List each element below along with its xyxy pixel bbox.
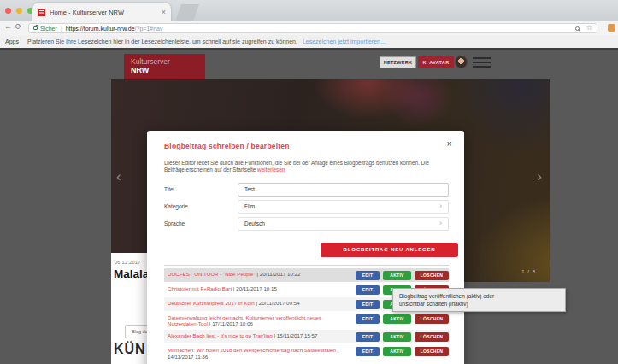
bookmark-star-icon[interactable]: ☆ (586, 25, 592, 32)
create-blogpost-button[interactable]: BLOGBEITRAG NEU ANLEGEN (321, 243, 458, 257)
tab-close-icon[interactable]: × (162, 9, 166, 16)
secure-label: Sicher (40, 26, 57, 32)
edit-button[interactable]: EDIT (356, 300, 380, 309)
blog-post-date: | 15/11/2017 15:57 (273, 332, 318, 338)
loeschen-button[interactable]: LÖSCHEN (415, 271, 449, 280)
avatar-button[interactable]: K. AVATAR (418, 56, 454, 68)
extension-icon[interactable] (608, 24, 615, 32)
url-bar[interactable]: Sicher | https://forum.kultur-nrw.de /?p… (28, 23, 597, 33)
blog-post-row: Datenverwaltung leicht gemacht. Kulturse… (164, 312, 449, 329)
titel-input[interactable] (238, 183, 449, 197)
blog-editor-modal: × Blogbeitrag schreiben / bearbeiten Die… (147, 131, 464, 364)
menu-icon[interactable] (473, 57, 491, 70)
blog-post-date: | 17/11/2017 10:06 (208, 320, 253, 326)
browser-window: Home - Kulturserver NRW × ← ⟳ Sicher | h… (0, 0, 618, 364)
blog-post-row: Alexander Bach liest - It's nice to go T… (164, 330, 449, 343)
sprache-label: Sprache (164, 220, 238, 226)
kategorie-label: Kategorie (164, 203, 238, 209)
blog-post-date: | 20/11/2017 09:54 (255, 300, 300, 306)
form-row-titel: Titel (164, 183, 449, 197)
site-logo[interactable]: Kulturserver NRW (124, 54, 205, 79)
chevron-right-icon: › (439, 220, 442, 227)
reload-icon[interactable]: ⟳ (15, 22, 22, 31)
slider-pagination: 1 / 8 (521, 269, 536, 274)
close-window-button[interactable] (5, 8, 11, 14)
minimize-window-button[interactable] (16, 8, 22, 14)
bookmarks-bar: Apps Platzieren Sie Ihre Lesezeichen hie… (0, 35, 618, 48)
blog-form: Titel Kategorie Film › Sprache Deutsch › (164, 183, 449, 231)
blog-post-link[interactable]: Alexander Bach liest - It's nice to go T… (168, 332, 273, 338)
blog-post-row: DOCFEST ON TOUR - "Nice People" | 20/11/… (164, 268, 449, 282)
aktiv-button[interactable]: AKTIV (383, 271, 411, 280)
close-icon[interactable]: × (447, 139, 452, 149)
blog-post-link[interactable]: DOCFEST ON TOUR - "Nice People" (168, 271, 256, 277)
aktiv-button[interactable]: AKTIV (383, 314, 411, 324)
kategorie-select[interactable]: Film › (238, 200, 449, 214)
modal-title: Blogbeitrag schreiben / bearbeiten (164, 142, 449, 150)
loeschen-button[interactable]: LÖSCHEN (415, 347, 449, 356)
form-row-kategorie: Kategorie Film › (164, 200, 449, 214)
blog-post-link[interactable]: Deutscher Kurzfilmpreis 2017 in Köln (168, 300, 255, 306)
slider-prev-icon[interactable]: ‹ (116, 169, 121, 184)
site-favicon-icon (38, 9, 45, 16)
blog-post-date: | 20/11/2017 10:22 (256, 271, 301, 277)
tab-bar: Home - Kulturserver NRW × (0, 0, 618, 21)
blog-post-link[interactable]: Mitmachen: Wir holen 2018 den Weltgeschi… (168, 347, 336, 353)
tab-title: Home - Kulturserver NRW (50, 9, 158, 16)
posts-list: DOCFEST ON TOUR - "Nice People" | 20/11/… (164, 265, 449, 361)
modal-description: Dieser Editor leitet Sie durch alle Funk… (164, 160, 449, 174)
aktiv-button[interactable]: AKTIV (383, 332, 411, 342)
sprache-select[interactable]: Deutsch › (238, 217, 449, 231)
new-tab-button[interactable] (175, 4, 199, 21)
browser-tab[interactable]: Home - Kulturserver NRW × (32, 3, 171, 21)
search-icon[interactable] (575, 26, 580, 31)
netzwerk-button[interactable]: NETZWERK (380, 56, 416, 68)
avatar[interactable] (455, 56, 468, 68)
url-text: https://forum.kultur-nrw.de (66, 26, 135, 32)
loeschen-button[interactable]: LÖSCHEN (415, 314, 449, 324)
site-header: Kulturserver NRW NETZWERK K. AVATAR (0, 50, 618, 79)
chevron-right-icon: › (439, 203, 442, 210)
section-heading: KÜN (114, 342, 146, 357)
loeschen-button[interactable]: LÖSCHEN (415, 332, 449, 342)
url-suffix: /?p=1#nav (135, 26, 163, 32)
lock-icon (33, 26, 38, 30)
aktiv-tooltip: Blogbeitrag veröffentlichen (aktiv) oder… (392, 288, 566, 312)
edit-button[interactable]: EDIT (356, 347, 380, 356)
bookmarks-hint: Platzieren Sie Ihre Lesezeichen hier in … (27, 38, 297, 44)
slider-next-icon[interactable]: › (537, 169, 542, 184)
edit-button[interactable]: EDIT (356, 271, 380, 280)
post-preview-date: 06.12.2017 (115, 260, 141, 265)
address-toolbar: ← ⟳ Sicher | https://forum.kultur-nrw.de… (0, 21, 618, 35)
aktiv-button[interactable]: AKTIV (383, 347, 411, 356)
blog-post-row: Mitmachen: Wir holen 2018 den Weltgeschi… (164, 344, 449, 361)
form-row-sprache: Sprache Deutsch › (164, 217, 449, 231)
back-icon[interactable]: ← (4, 22, 12, 31)
edit-button[interactable]: EDIT (356, 314, 380, 324)
blog-post-date: | 20/11/2017 10:15 (232, 285, 277, 291)
apps-shortcut[interactable]: Apps (5, 38, 19, 44)
blog-post-link[interactable]: Christofer mit F+Radio Bart (168, 285, 232, 291)
edit-button[interactable]: EDIT (356, 285, 380, 295)
import-bookmarks-link[interactable]: Lesezeichen jetzt importieren... (303, 38, 386, 44)
edit-button[interactable]: EDIT (356, 332, 380, 342)
post-preview-title: Malala (114, 267, 149, 280)
read-more-link[interactable]: weiterlesen (257, 167, 285, 173)
titel-label: Titel (164, 186, 238, 192)
